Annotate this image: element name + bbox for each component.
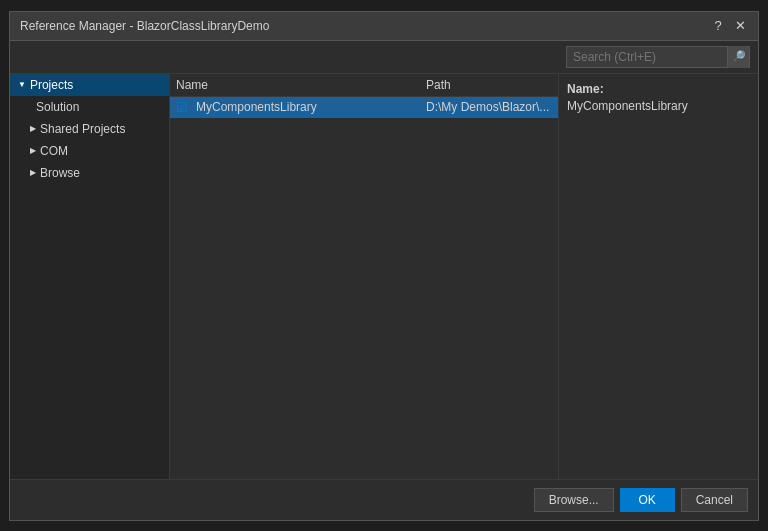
- sidebar-item-browse[interactable]: ▶ Browse: [10, 162, 169, 184]
- sidebar-label-browse: Browse: [40, 166, 80, 180]
- search-box: 🔎: [566, 46, 750, 68]
- search-button[interactable]: 🔎: [727, 46, 749, 68]
- triangle-icon-com: ▶: [30, 146, 36, 155]
- col-header-name: Name: [176, 78, 426, 92]
- main-panel: Name Path ☑ MyComponentsLibrary D:\My De…: [170, 74, 758, 479]
- col-header-path: Path: [426, 78, 552, 92]
- sidebar-item-solution[interactable]: Solution: [10, 96, 169, 118]
- sidebar-label-solution: Solution: [36, 100, 79, 114]
- title-bar: Reference Manager - BlazorClassLibraryDe…: [10, 12, 758, 41]
- search-input[interactable]: [567, 50, 727, 64]
- help-button[interactable]: ?: [710, 18, 726, 34]
- triangle-icon-browse: ▶: [30, 168, 36, 177]
- cell-name: MyComponentsLibrary: [196, 100, 426, 114]
- cancel-button[interactable]: Cancel: [681, 488, 748, 512]
- checkbox-checked-icon: ☑: [176, 100, 188, 115]
- list-panel: Name Path ☑ MyComponentsLibrary D:\My De…: [170, 74, 558, 479]
- main-area: 🔎 ▼ Projects Solution ▶ Shared Projects …: [10, 41, 758, 479]
- ok-button[interactable]: OK: [620, 488, 675, 512]
- top-bar: 🔎: [10, 41, 758, 74]
- sidebar-item-com[interactable]: ▶ COM: [10, 140, 169, 162]
- sidebar-item-projects[interactable]: ▼ Projects: [10, 74, 169, 96]
- title-controls: ? ✕: [710, 18, 748, 34]
- detail-label: Name:: [567, 82, 750, 96]
- triangle-icon-shared: ▶: [30, 124, 36, 133]
- footer: Browse... OK Cancel: [10, 479, 758, 520]
- table-row[interactable]: ☑ MyComponentsLibrary D:\My Demos\Blazor…: [170, 97, 558, 118]
- sidebar-label-shared-projects: Shared Projects: [40, 122, 125, 136]
- browse-button[interactable]: Browse...: [534, 488, 614, 512]
- detail-panel: Name: MyComponentsLibrary: [558, 74, 758, 479]
- close-button[interactable]: ✕: [732, 18, 748, 34]
- list-header: Name Path: [170, 74, 558, 97]
- cell-path: D:\My Demos\Blazor\...: [426, 100, 552, 114]
- sidebar-label-projects: Projects: [30, 78, 73, 92]
- checkbox-cell[interactable]: ☑: [176, 100, 196, 115]
- content-area: ▼ Projects Solution ▶ Shared Projects ▶ …: [10, 74, 758, 479]
- dialog-title: Reference Manager - BlazorClassLibraryDe…: [20, 19, 269, 33]
- sidebar: ▼ Projects Solution ▶ Shared Projects ▶ …: [10, 74, 170, 479]
- reference-manager-dialog: Reference Manager - BlazorClassLibraryDe…: [9, 11, 759, 521]
- triangle-icon: ▼: [18, 80, 26, 89]
- detail-value: MyComponentsLibrary: [567, 99, 750, 113]
- sidebar-label-com: COM: [40, 144, 68, 158]
- sidebar-item-shared-projects[interactable]: ▶ Shared Projects: [10, 118, 169, 140]
